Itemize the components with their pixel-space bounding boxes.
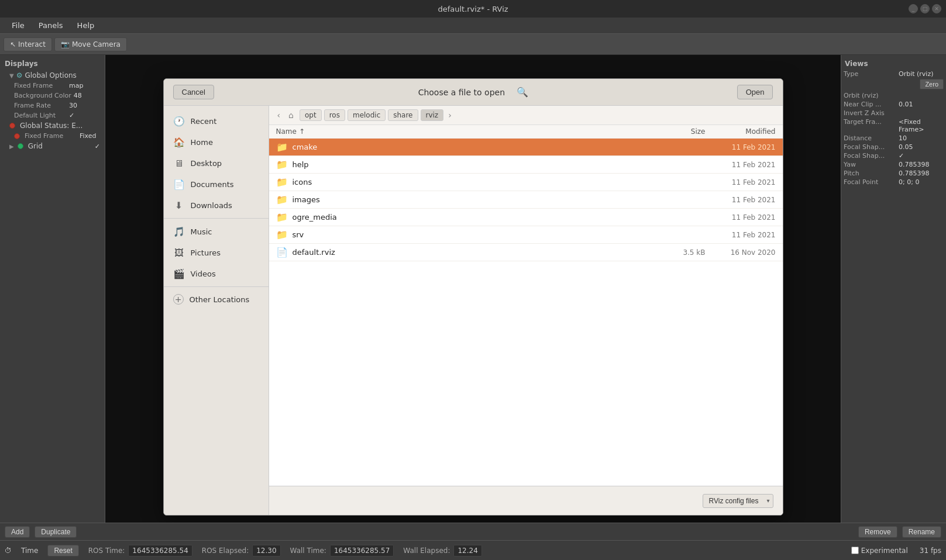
- rp-current-view: Orbit (rviz): [844, 92, 944, 99]
- documents-icon: 📄: [173, 178, 185, 190]
- folder-icon-srv: 📁: [276, 229, 288, 240]
- dlg-documents[interactable]: 📄 Documents: [164, 174, 269, 195]
- clock-icon: ⏱: [5, 547, 12, 555]
- dlg-music[interactable]: 🎵 Music: [164, 221, 269, 242]
- sort-by-name[interactable]: Name ↑: [276, 127, 659, 136]
- rp-type: Type Orbit (rviz): [844, 70, 944, 78]
- cancel-button[interactable]: Cancel: [173, 85, 214, 99]
- breadcrumb-melodic[interactable]: melodic: [348, 109, 386, 121]
- experimental-checkbox[interactable]: [851, 547, 859, 554]
- breadcrumb-ros[interactable]: ros: [324, 109, 345, 121]
- filter-wrapper: RViz config files ▾: [703, 494, 773, 508]
- sidebar-grid[interactable]: ▶ Grid ✓: [0, 141, 105, 151]
- add-button[interactable]: Add: [5, 526, 30, 538]
- maximize-button[interactable]: □: [920, 4, 930, 13]
- breadcrumb: ‹ ⌂ opt ros melodic share rviz ›: [269, 106, 783, 125]
- sidebar-item-global-options[interactable]: ▼ ⚙ Global Options: [0, 70, 105, 81]
- breadcrumb-share[interactable]: share: [388, 109, 418, 121]
- dialog-header: Cancel Choose a file to open 🔍 Open: [164, 79, 783, 106]
- breadcrumb-forward[interactable]: ›: [446, 109, 454, 121]
- file-name-srv: srv: [293, 230, 659, 239]
- dlg-downloads[interactable]: ⬇ Downloads: [164, 195, 269, 216]
- interact-icon: ↖: [10, 40, 16, 49]
- menu-help[interactable]: Help: [70, 19, 102, 32]
- ros-elapsed-label: ROS Elapsed:: [202, 547, 249, 555]
- wall-elapsed-label: Wall Elapsed:: [403, 547, 450, 555]
- expand-icon: ▼: [9, 72, 14, 79]
- file-name-icons: icons: [293, 178, 659, 186]
- window-controls: _ □ ✕: [909, 4, 941, 13]
- close-button[interactable]: ✕: [932, 4, 941, 13]
- rp-pitch: Pitch 0.785398: [844, 170, 944, 177]
- dlg-pictures[interactable]: 🖼 Pictures: [164, 242, 269, 263]
- rp-yaw: Yaw 0.785398: [844, 161, 944, 168]
- file-row-default-rviz[interactable]: 📄 default.rviz 3.5 kB 16 Nov 2020: [269, 244, 783, 261]
- home-icon: 🏠: [173, 136, 185, 148]
- dlg-desktop[interactable]: 🖥 Desktop: [164, 153, 269, 174]
- file-date-help: 11 Feb 2021: [706, 161, 776, 169]
- ros-time-label: ROS Time:: [88, 547, 125, 555]
- reset-button[interactable]: Reset: [47, 545, 78, 556]
- interact-button[interactable]: ↖ Interact: [4, 37, 52, 51]
- move-camera-button[interactable]: 📷 Move Camera: [54, 37, 127, 51]
- minimize-button[interactable]: _: [909, 4, 918, 13]
- menu-file[interactable]: File: [5, 19, 32, 32]
- open-button[interactable]: Open: [737, 85, 773, 99]
- dlg-recent[interactable]: 🕐 Recent: [164, 110, 269, 132]
- file-list: Name ↑ Size Modified 📁 cmake: [269, 125, 783, 486]
- main-layout: Displays ▼ ⚙ Global Options Fixed Frame …: [0, 55, 946, 523]
- wall-elapsed-section: Wall Elapsed: 12.24: [403, 545, 481, 556]
- zero-button[interactable]: Zero: [920, 79, 944, 89]
- file-row-ogre-media[interactable]: 📁 ogre_media 11 Feb 2021: [269, 209, 783, 226]
- file-date-icons: 11 Feb 2021: [706, 178, 776, 186]
- duplicate-button[interactable]: Duplicate: [35, 526, 77, 538]
- sidebar-default-light[interactable]: Default Light ✓: [0, 110, 105, 120]
- sidebar-frame-rate[interactable]: Frame Rate 30: [0, 101, 105, 110]
- ros-elapsed-value: 12.30: [252, 545, 280, 556]
- dialog-body: 🕐 Recent 🏠 Home 🖥 Desktop 📄: [164, 106, 783, 515]
- dlg-home[interactable]: 🏠 Home: [164, 132, 269, 153]
- wall-time-value: 1645336285.57: [330, 545, 394, 556]
- breadcrumb-opt[interactable]: opt: [300, 109, 322, 121]
- sort-by-size[interactable]: Size: [659, 127, 706, 136]
- rename-button[interactable]: Rename: [902, 526, 941, 538]
- camera-icon: 📷: [61, 40, 70, 49]
- file-row-icons[interactable]: 📁 icons 11 Feb 2021: [269, 174, 783, 191]
- file-row-images[interactable]: 📁 images 11 Feb 2021: [269, 191, 783, 209]
- displays-header: Displays: [0, 57, 105, 70]
- fps-label: 31 fps: [920, 547, 941, 555]
- sort-by-modified[interactable]: Modified: [706, 127, 776, 136]
- breadcrumb-back[interactable]: ‹: [275, 109, 283, 121]
- sidebar-global-status[interactable]: Global Status: E...: [0, 120, 105, 131]
- folder-icon-images: 📁: [276, 194, 288, 205]
- wall-elapsed-value: 12.24: [453, 545, 481, 556]
- file-name-ogre-media: ogre_media: [293, 213, 659, 222]
- rp-invert-z: Invert Z Axis: [844, 109, 944, 117]
- music-icon: 🎵: [173, 226, 185, 237]
- status-icon-red2: [14, 133, 20, 139]
- file-row-cmake[interactable]: 📁 cmake 11 Feb 2021: [269, 139, 783, 156]
- pictures-icon: 🖼: [173, 247, 185, 258]
- videos-icon: 🎬: [173, 268, 185, 279]
- file-row-help[interactable]: 📁 help 11 Feb 2021: [269, 156, 783, 174]
- menubar: File Panels Help: [0, 18, 946, 34]
- filter-dropdown[interactable]: RViz config files: [703, 494, 773, 508]
- dialog-overlay: Cancel Choose a file to open 🔍 Open 🕐 Re…: [105, 55, 841, 523]
- experimental-label: Experimental: [861, 547, 908, 555]
- sidebar-fixed-frame[interactable]: Fixed Frame map: [0, 81, 105, 91]
- remove-button[interactable]: Remove: [858, 526, 897, 538]
- sidebar-background-color[interactable]: Background Color 48: [0, 91, 105, 101]
- sidebar-separator2: [164, 286, 269, 287]
- sidebar-fixed-frame-status[interactable]: Fixed Frame Fixed: [0, 131, 105, 141]
- breadcrumb-rviz[interactable]: rviz: [421, 109, 444, 121]
- file-name-help: help: [293, 160, 659, 169]
- desktop-icon: 🖥: [173, 157, 185, 169]
- time-label: Time: [21, 547, 38, 555]
- file-size-default-rviz: 3.5 kB: [659, 248, 706, 257]
- dlg-videos[interactable]: 🎬 Videos: [164, 263, 269, 284]
- search-button[interactable]: 🔍: [512, 87, 533, 98]
- breadcrumb-home-icon[interactable]: ⌂: [285, 109, 297, 121]
- dlg-other-locations[interactable]: + Other Locations: [164, 289, 269, 309]
- file-row-srv[interactable]: 📁 srv 11 Feb 2021: [269, 226, 783, 244]
- menu-panels[interactable]: Panels: [32, 19, 70, 32]
